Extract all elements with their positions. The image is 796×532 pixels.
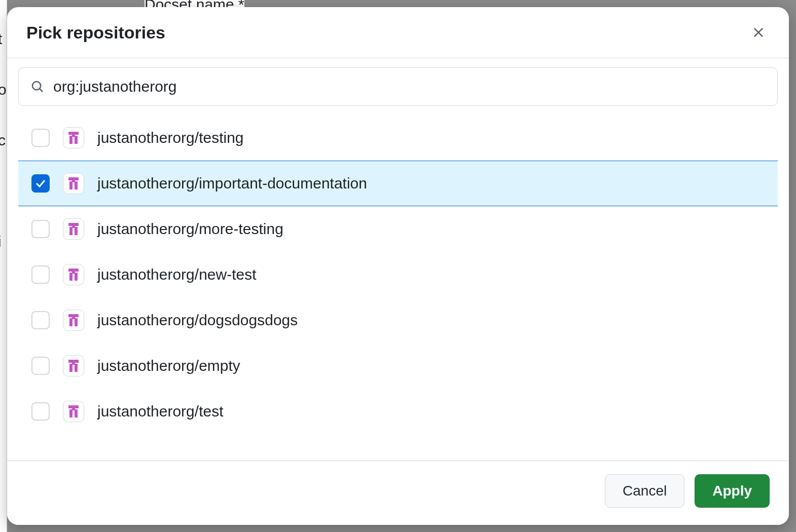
repo-checkbox[interactable]	[31, 265, 50, 284]
svg-rect-24	[72, 363, 75, 365]
repo-name-label: justanotherorg/new-test	[97, 266, 257, 283]
svg-rect-12	[72, 226, 75, 228]
repo-row[interactable]: justanotherorg/dogsdogsdogs	[18, 297, 778, 343]
check-icon	[34, 177, 47, 189]
repo-row[interactable]: justanotherorg/more-testing	[18, 206, 778, 252]
svg-rect-21	[68, 360, 79, 363]
bg-char: c	[0, 132, 6, 149]
close-icon	[751, 25, 766, 40]
svg-rect-3	[75, 136, 78, 144]
modal-footer: Cancel Apply	[7, 461, 789, 525]
repo-checkbox[interactable]	[31, 311, 50, 329]
modal-body: justanotherorg/testingjustanotherorg/imp…	[7, 58, 789, 461]
search-field[interactable]	[18, 67, 778, 106]
repo-row[interactable]: justanotherorg/testing	[18, 115, 778, 161]
svg-rect-18	[69, 318, 73, 326]
svg-rect-6	[69, 181, 73, 189]
org-avatar-icon	[63, 173, 84, 194]
repo-checkbox[interactable]	[31, 357, 50, 375]
repo-checkbox[interactable]	[31, 174, 50, 193]
org-icon	[65, 267, 82, 283]
svg-rect-7	[75, 181, 78, 189]
org-icon	[65, 403, 82, 420]
repo-row[interactable]: justanotherorg/empty	[18, 343, 778, 389]
svg-rect-9	[68, 223, 79, 226]
org-avatar-icon	[63, 401, 84, 422]
svg-rect-4	[72, 135, 75, 137]
repo-checkbox[interactable]	[31, 402, 50, 421]
svg-rect-1	[68, 132, 79, 135]
svg-rect-14	[69, 273, 73, 281]
pick-repositories-modal: Pick repositories justanotherorg/testing…	[7, 7, 789, 525]
modal-header: Pick repositories	[7, 7, 789, 58]
repo-name-label: justanotherorg/test	[97, 403, 223, 420]
svg-rect-2	[69, 136, 73, 144]
bg-char: i	[0, 233, 2, 250]
org-icon	[65, 130, 82, 146]
svg-rect-17	[68, 314, 79, 317]
svg-rect-20	[72, 317, 75, 319]
bg-char: o	[0, 81, 7, 98]
svg-rect-11	[75, 227, 78, 235]
background-left-strip: t o c i	[0, 0, 7, 532]
repo-row[interactable]: justanotherorg/test	[18, 389, 778, 434]
repo-name-label: justanotherorg/testing	[97, 129, 244, 146]
search-input[interactable]	[53, 78, 766, 95]
repo-row[interactable]: justanotherorg/important-documentation	[18, 161, 778, 206]
repo-checkbox[interactable]	[31, 220, 50, 238]
svg-rect-27	[75, 409, 78, 417]
org-avatar-icon	[63, 218, 84, 240]
svg-rect-16	[72, 272, 75, 274]
search-icon	[30, 79, 45, 94]
repo-list: justanotherorg/testingjustanotherorg/imp…	[18, 115, 778, 461]
repo-name-label: justanotherorg/empty	[97, 357, 240, 374]
svg-rect-26	[69, 409, 73, 417]
repo-row[interactable]: justanotherorg/new-test	[18, 252, 778, 297]
bg-char: t	[0, 30, 2, 48]
repo-name-label: justanotherorg/more-testing	[97, 220, 283, 238]
svg-point-0	[32, 82, 41, 90]
org-avatar-icon	[63, 310, 84, 331]
org-avatar-icon	[63, 127, 84, 148]
repo-checkbox[interactable]	[31, 129, 50, 147]
svg-rect-19	[75, 318, 78, 326]
org-avatar-icon	[63, 355, 84, 376]
org-icon	[65, 358, 82, 374]
apply-button[interactable]: Apply	[695, 474, 770, 508]
svg-rect-10	[69, 227, 73, 235]
svg-rect-8	[72, 180, 75, 182]
svg-rect-28	[72, 408, 75, 410]
org-icon	[65, 312, 82, 328]
cancel-button[interactable]: Cancel	[605, 474, 684, 508]
close-button[interactable]	[747, 21, 770, 44]
org-avatar-icon	[63, 264, 84, 285]
svg-rect-5	[68, 177, 79, 180]
svg-rect-23	[75, 364, 78, 372]
repo-name-label: justanotherorg/important-documentation	[97, 175, 367, 192]
modal-title: Pick repositories	[26, 23, 165, 43]
svg-rect-25	[68, 405, 79, 408]
svg-rect-15	[75, 273, 78, 281]
org-icon	[65, 175, 82, 192]
svg-rect-22	[69, 364, 73, 372]
svg-rect-13	[68, 269, 79, 272]
repo-name-label: justanotherorg/dogsdogsdogs	[97, 312, 298, 329]
org-icon	[65, 221, 82, 237]
